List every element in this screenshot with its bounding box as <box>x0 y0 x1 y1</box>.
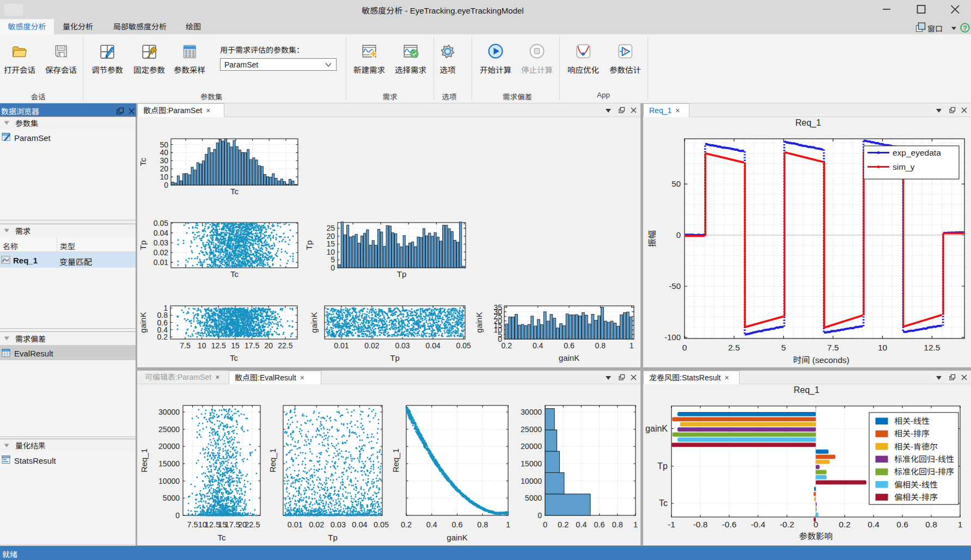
svg-text:20000: 20000 <box>521 442 542 451</box>
svg-text:10000: 10000 <box>521 477 542 485</box>
svg-text:0.02: 0.02 <box>154 248 168 257</box>
svg-text:40: 40 <box>160 148 168 157</box>
svg-text:gainK: gainK <box>474 312 484 333</box>
svg-text:10000: 10000 <box>158 477 180 485</box>
svg-text:0.04: 0.04 <box>425 341 440 350</box>
svg-text:0.01: 0.01 <box>154 258 168 267</box>
svg-text:0: 0 <box>814 520 819 529</box>
svg-text:10: 10 <box>326 248 335 256</box>
svg-text:Req_1: Req_1 <box>793 385 819 395</box>
svg-text:10: 10 <box>160 173 168 181</box>
svg-text:0.04: 0.04 <box>154 229 168 237</box>
svg-text:0.6: 0.6 <box>564 341 575 350</box>
svg-text:标准化回归-排序: 标准化回归-排序 <box>894 467 954 476</box>
svg-text:-100: -100 <box>664 333 681 342</box>
svg-text:5: 5 <box>781 343 786 352</box>
svg-text:0.02: 0.02 <box>364 341 379 350</box>
svg-text:偏相关-排序: 偏相关-排序 <box>894 493 938 502</box>
svg-text:Req_1: Req_1 <box>391 448 400 472</box>
svg-text:0: 0 <box>543 520 547 529</box>
svg-text:0: 0 <box>164 181 168 189</box>
svg-text:0.04: 0.04 <box>352 520 367 529</box>
svg-text:1: 1 <box>630 341 634 350</box>
svg-text:30: 30 <box>160 156 168 165</box>
svg-text:0.8: 0.8 <box>612 520 623 529</box>
svg-text:Tc: Tc <box>230 269 239 279</box>
svg-text:0.2: 0.2 <box>401 520 412 529</box>
svg-text:0.8: 0.8 <box>477 520 488 529</box>
svg-text:0.4: 0.4 <box>868 520 880 529</box>
svg-text:0: 0 <box>175 511 180 520</box>
svg-text:1: 1 <box>958 520 963 529</box>
svg-text:25000: 25000 <box>521 425 542 434</box>
svg-text:相关-线性: 相关-线性 <box>894 416 930 426</box>
svg-text:0: 0 <box>676 230 681 239</box>
svg-text:-50: -50 <box>669 281 681 291</box>
svg-text:Tc: Tc <box>218 533 227 542</box>
svg-text:-0.4: -0.4 <box>751 520 766 529</box>
svg-text:0: 0 <box>682 343 687 352</box>
svg-text:?: ? <box>624 48 627 54</box>
svg-text:Tp: Tp <box>397 269 407 279</box>
svg-text:0.2: 0.2 <box>502 341 512 350</box>
svg-text:0.8: 0.8 <box>925 520 937 529</box>
svg-text:Tc: Tc <box>659 499 668 508</box>
svg-text:gainK: gainK <box>447 533 467 542</box>
svg-text:Tc: Tc <box>230 187 239 196</box>
svg-text:0.4: 0.4 <box>533 341 543 350</box>
svg-text:1: 1 <box>506 520 510 529</box>
svg-text:Tp: Tp <box>390 353 400 362</box>
svg-text:20000: 20000 <box>158 442 180 451</box>
svg-text:Tp: Tp <box>304 241 314 250</box>
svg-text:25000: 25000 <box>158 425 180 434</box>
svg-text:15: 15 <box>231 341 240 350</box>
svg-text:15000: 15000 <box>158 459 180 468</box>
svg-text:30000: 30000 <box>158 408 180 416</box>
svg-text:22.5: 22.5 <box>245 520 260 529</box>
svg-text:0.02: 0.02 <box>309 520 324 529</box>
svg-text:0.03: 0.03 <box>395 341 410 350</box>
svg-text:gainK: gainK <box>138 312 148 333</box>
svg-text:0.01: 0.01 <box>288 520 303 529</box>
svg-text:gainK: gainK <box>645 424 668 433</box>
svg-text:0.05: 0.05 <box>374 520 389 529</box>
svg-text:5: 5 <box>331 255 335 264</box>
svg-text:Tp: Tp <box>328 533 338 542</box>
svg-text:0.6: 0.6 <box>594 520 605 529</box>
svg-text:标准化回归-线性: 标准化回归-线性 <box>894 454 954 464</box>
svg-text:参数影响: 参数影响 <box>799 532 833 541</box>
svg-text:50: 50 <box>160 140 168 149</box>
svg-text:17.5: 17.5 <box>245 341 259 350</box>
svg-text:0.05: 0.05 <box>456 341 471 350</box>
svg-text:5000: 5000 <box>163 494 180 502</box>
svg-text:20: 20 <box>160 164 168 173</box>
svg-text:20: 20 <box>264 341 273 350</box>
svg-text:15000: 15000 <box>521 459 542 468</box>
svg-text:相关-肯德尔: 相关-肯德尔 <box>894 442 938 451</box>
svg-text:gainK: gainK <box>309 312 319 333</box>
svg-text:0.2: 0.2 <box>839 520 851 529</box>
svg-text:0.2: 0.2 <box>558 520 569 529</box>
svg-text:7.5: 7.5 <box>827 343 839 352</box>
svg-text:-0.2: -0.2 <box>780 520 795 529</box>
svg-text:0.4: 0.4 <box>576 520 587 529</box>
svg-text:2.5: 2.5 <box>728 343 740 352</box>
svg-text:22.5: 22.5 <box>278 341 292 350</box>
svg-text:0.05: 0.05 <box>154 219 168 227</box>
svg-text:Tc: Tc <box>138 158 148 167</box>
svg-text:10: 10 <box>198 341 206 350</box>
svg-text:0.8: 0.8 <box>595 341 606 350</box>
svg-text:20: 20 <box>326 232 335 241</box>
svg-text:15: 15 <box>326 239 335 248</box>
svg-text:0.03: 0.03 <box>331 520 346 529</box>
svg-text:0: 0 <box>331 263 335 272</box>
svg-text:相关-排序: 相关-排序 <box>894 429 930 438</box>
svg-text:0.4: 0.4 <box>426 520 437 529</box>
svg-text:exp_eyedata: exp_eyedata <box>893 148 941 157</box>
svg-text:?: ? <box>963 24 967 32</box>
svg-text:7.5: 7.5 <box>187 520 198 529</box>
svg-text:50: 50 <box>671 179 681 188</box>
svg-text:偏相关-线性: 偏相关-线性 <box>894 480 938 489</box>
svg-text:-0.6: -0.6 <box>722 520 737 529</box>
svg-text:Req_1: Req_1 <box>268 448 277 472</box>
